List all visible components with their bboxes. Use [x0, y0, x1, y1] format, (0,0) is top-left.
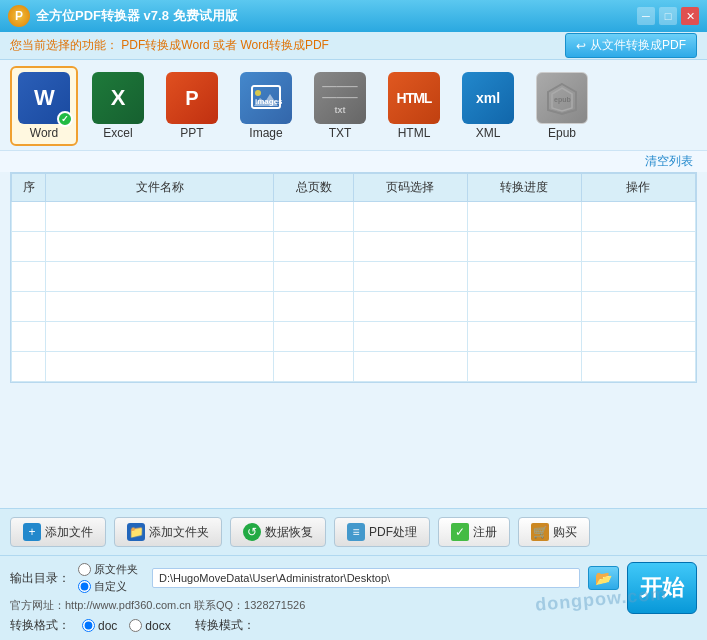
- table-wrap: 序 文件名称 总页数 页码选择 转换进度 操作: [10, 172, 697, 383]
- toolbar-row: 您当前选择的功能： PDF转换成Word 或者 Word转换成PDF ↩ 从文件…: [0, 32, 707, 60]
- col-header-pages: 总页数: [274, 174, 354, 202]
- bottom-toolbar: + 添加文件 📁 添加文件夹 ↺ 数据恢复 ≡ PDF处理 ✓ 注册 🛒 购买: [0, 508, 707, 555]
- excel-icon-img: X: [92, 72, 144, 124]
- image-label: Image: [249, 126, 282, 140]
- radio-custom-input[interactable]: [78, 580, 91, 593]
- minimize-button[interactable]: ─: [637, 7, 655, 25]
- data-recover-button[interactable]: ↺ 数据恢复: [230, 517, 326, 547]
- table-section: 序 文件名称 总页数 页码选择 转换进度 操作: [0, 172, 707, 508]
- output-label: 输出目录：: [10, 570, 70, 587]
- xml-icon-img: xml: [462, 72, 514, 124]
- format-image[interactable]: images Image: [232, 66, 300, 146]
- buy-icon: 🛒: [531, 523, 549, 541]
- buy-label: 购买: [553, 524, 577, 541]
- svg-point-3: [255, 90, 261, 96]
- radio-original-label: 原文件夹: [94, 562, 138, 577]
- from-file-label: 从文件转换成PDF: [590, 37, 686, 54]
- html-label: HTML: [398, 126, 431, 140]
- svg-text:epub: epub: [554, 96, 571, 104]
- register-icon: ✓: [451, 523, 469, 541]
- toolbar-label-text: 您当前选择的功能：: [10, 38, 118, 52]
- epub-svg: epub: [544, 80, 580, 116]
- add-file-button[interactable]: + 添加文件: [10, 517, 106, 547]
- radio-original[interactable]: 原文件夹: [78, 562, 138, 577]
- excel-label: Excel: [103, 126, 132, 140]
- add-file-icon: +: [23, 523, 41, 541]
- table-row: [12, 202, 696, 232]
- close-button[interactable]: ✕: [681, 7, 699, 25]
- txt-label: TXT: [329, 126, 352, 140]
- start-button[interactable]: 开始: [627, 562, 697, 614]
- format-docx-input[interactable]: [129, 619, 142, 632]
- format-excel[interactable]: X Excel: [84, 66, 152, 146]
- website-row: 官方网址：http://www.pdf360.com.cn 联系QQ：13282…: [10, 598, 619, 613]
- radio-original-input[interactable]: [78, 563, 91, 576]
- radio-custom[interactable]: 自定义: [78, 579, 138, 594]
- radio-custom-label: 自定义: [94, 579, 127, 594]
- buy-button[interactable]: 🛒 购买: [518, 517, 590, 547]
- table-row: [12, 322, 696, 352]
- epub-label: Epub: [548, 126, 576, 140]
- html-icon-img: HTML: [388, 72, 440, 124]
- format-word[interactable]: W ✓ Word: [10, 66, 78, 146]
- col-header-name: 文件名称: [46, 174, 274, 202]
- radio-group: 原文件夹 自定义: [78, 562, 138, 594]
- col-header-pagesel: 页码选择: [353, 174, 467, 202]
- output-row: 输出目录： 原文件夹 自定义 📂: [10, 562, 619, 594]
- format-ppt[interactable]: P PPT: [158, 66, 226, 146]
- format-txt[interactable]: ───── ───── txt TXT: [306, 66, 374, 146]
- pdf-process-label: PDF处理: [369, 524, 417, 541]
- ppt-icon-img: P: [166, 72, 218, 124]
- clear-row: 清空列表: [0, 151, 707, 172]
- register-button[interactable]: ✓ 注册: [438, 517, 510, 547]
- output-path-input[interactable]: [152, 568, 580, 588]
- xml-label: XML: [476, 126, 501, 140]
- col-header-progress: 转换进度: [467, 174, 581, 202]
- main-area: 您当前选择的功能： PDF转换成Word 或者 Word转换成PDF ↩ 从文件…: [0, 32, 707, 640]
- website-text: 官方网址：http://www.pdf360.com.cn 联系QQ：13282…: [10, 599, 305, 611]
- data-recover-label: 数据恢复: [265, 524, 313, 541]
- ppt-label: PPT: [180, 126, 203, 140]
- table-row: [12, 262, 696, 292]
- epub-icon-img: epub: [536, 72, 588, 124]
- format-radio-group: doc docx: [82, 619, 171, 633]
- title-text: 全方位PDF转换器 v7.8 免费试用版: [36, 7, 637, 25]
- arrow-icon: ↩: [576, 39, 586, 53]
- title-bar: P 全方位PDF转换器 v7.8 免费试用版 ─ □ ✕: [0, 0, 707, 32]
- col-header-seq: 序: [12, 174, 46, 202]
- from-file-button[interactable]: ↩ 从文件转换成PDF: [565, 33, 697, 58]
- format-html[interactable]: HTML HTML: [380, 66, 448, 146]
- image-icon-img: images: [240, 72, 292, 124]
- output-fields: 输出目录： 原文件夹 自定义 📂 官方网址：http://www.pdf360.: [10, 562, 619, 634]
- recover-icon: ↺: [243, 523, 261, 541]
- mode-label: 转换模式：: [195, 617, 255, 634]
- add-folder-button[interactable]: 📁 添加文件夹: [114, 517, 222, 547]
- format-row: W ✓ Word X Excel P PPT images: [0, 60, 707, 151]
- clear-list-button[interactable]: 清空列表: [645, 153, 693, 170]
- format-docx-label: docx: [145, 619, 170, 633]
- pdf-icon: ≡: [347, 523, 365, 541]
- format-xml[interactable]: xml XML: [454, 66, 522, 146]
- txt-icon-img: ───── ───── txt: [314, 72, 366, 124]
- add-folder-label: 添加文件夹: [149, 524, 209, 541]
- format-select-row: 转换格式： doc docx 转换模式：: [10, 617, 619, 634]
- app-icon: P: [8, 5, 30, 27]
- maximize-button[interactable]: □: [659, 7, 677, 25]
- file-table: 序 文件名称 总页数 页码选择 转换进度 操作: [11, 173, 696, 382]
- title-buttons: ─ □ ✕: [637, 7, 699, 25]
- image-svg: images: [250, 84, 282, 112]
- toolbar-description: PDF转换成Word 或者 Word转换成PDF: [121, 38, 329, 52]
- table-row: [12, 232, 696, 262]
- table-row: [12, 352, 696, 382]
- format-doc-label: doc: [98, 619, 117, 633]
- format-epub[interactable]: epub Epub: [528, 66, 596, 146]
- pdf-process-button[interactable]: ≡ PDF处理: [334, 517, 430, 547]
- format-doc[interactable]: doc: [82, 619, 117, 633]
- add-folder-icon: 📁: [127, 523, 145, 541]
- format-doc-input[interactable]: [82, 619, 95, 632]
- output-start-row: 输出目录： 原文件夹 自定义 📂 官方网址：http://www.pdf360.: [0, 555, 707, 640]
- table-row: [12, 292, 696, 322]
- folder-browse-button[interactable]: 📂: [588, 566, 619, 590]
- format-docx[interactable]: docx: [129, 619, 170, 633]
- col-header-action: 操作: [581, 174, 695, 202]
